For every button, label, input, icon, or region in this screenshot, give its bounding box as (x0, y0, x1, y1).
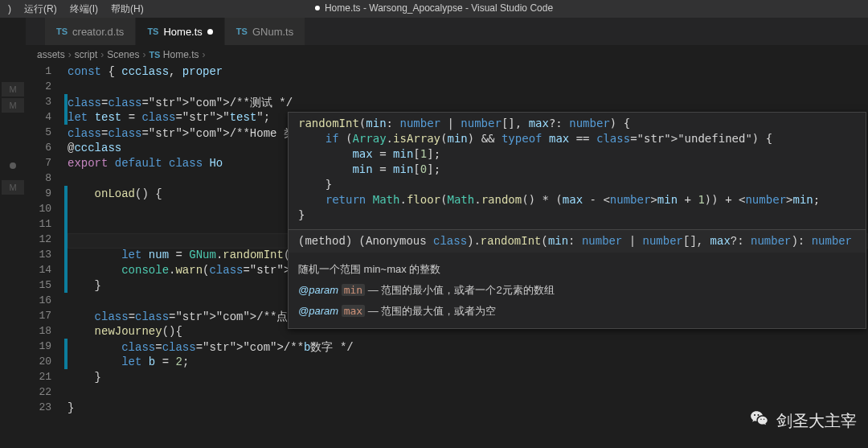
menubar-item-partial[interactable]: ) (2, 3, 18, 14)
window-title-text: Home.ts - Warsong_Apocalypse - Visual St… (325, 2, 553, 14)
hover-documentation: 随机一个范围 min~max 的整数 @param min — 范围的最小值，或… (289, 253, 866, 328)
typescript-icon: TS (147, 27, 158, 36)
tab-home-ts[interactable]: TS Home.ts (136, 18, 224, 45)
code-line[interactable]: class=class="str">"com">/**b数字 */ (68, 340, 868, 356)
code-line[interactable]: } (68, 371, 868, 386)
breadcrumb[interactable]: assets› script› Scenes› TS Home.ts› (26, 46, 868, 64)
left-decoration-gutter: M M M (0, 18, 26, 448)
window-title: Home.ts - Warsong_Apocalypse - Visual St… (315, 2, 553, 14)
tab-label: Home.ts (163, 26, 202, 38)
menubar-item-terminal[interactable]: 终端(I) (63, 2, 104, 16)
code-line[interactable]: } (68, 401, 868, 417)
tab-dirty-indicator-icon (207, 29, 213, 35)
tab-creator-d-ts[interactable]: TS creator.d.ts (45, 18, 136, 45)
hover-param: @param max — 范围的最大值，或者为空 (298, 301, 856, 322)
line-number-gutter: 1234567891011121314151617181920212223 (26, 64, 64, 448)
breadcrumb-segment[interactable]: Scenes (107, 49, 139, 60)
typescript-icon: TS (149, 50, 160, 60)
code-line[interactable] (68, 386, 868, 401)
wechat-icon (749, 409, 770, 434)
breadcrumb-segment[interactable]: assets (37, 49, 65, 60)
code-line[interactable]: class=class="str">"com">/**测试 */ (68, 96, 868, 111)
hover-signature: (method) (Anonymous class).randomInt(min… (289, 229, 866, 253)
breadcrumb-segment[interactable]: Home.ts (163, 49, 199, 60)
menubar-item-help[interactable]: 帮助(H) (104, 2, 150, 16)
watermark: 剑圣大主宰 (749, 409, 857, 434)
tab-bar: TS creator.d.ts TS Home.ts TS GNum.ts (26, 18, 868, 46)
breakpoint-indicator-icon (10, 162, 16, 169)
code-line[interactable]: let b = 2; (68, 356, 868, 371)
watermark-text: 剑圣大主宰 (776, 410, 857, 432)
hover-code-block: randomInt(min: number | number[], max?: … (289, 113, 866, 229)
scm-marker: M (2, 180, 24, 195)
hover-tooltip: randomInt(min: number | number[], max?: … (288, 112, 866, 329)
scm-marker: M (2, 82, 24, 97)
tab-label: creator.d.ts (72, 26, 124, 38)
tab-gnum-ts[interactable]: TS GNum.ts (225, 18, 305, 45)
breadcrumb-segment[interactable]: script (75, 49, 98, 60)
dirty-indicator-icon (315, 6, 320, 10)
typescript-icon: TS (56, 27, 68, 36)
hover-param: @param min — 范围的最小值，或者一个2元素的数组 (298, 280, 856, 301)
tab-label: GNum.ts (252, 26, 293, 38)
typescript-icon: TS (236, 27, 248, 36)
code-editor[interactable]: 1234567891011121314151617181920212223 co… (26, 64, 868, 448)
hover-description: 随机一个范围 min~max 的整数 (298, 259, 856, 280)
menubar-item-run[interactable]: 运行(R) (18, 2, 63, 16)
code-line[interactable]: const { ccclass, proper (68, 65, 868, 80)
scm-marker: M (2, 98, 24, 113)
code-line[interactable] (68, 80, 868, 96)
